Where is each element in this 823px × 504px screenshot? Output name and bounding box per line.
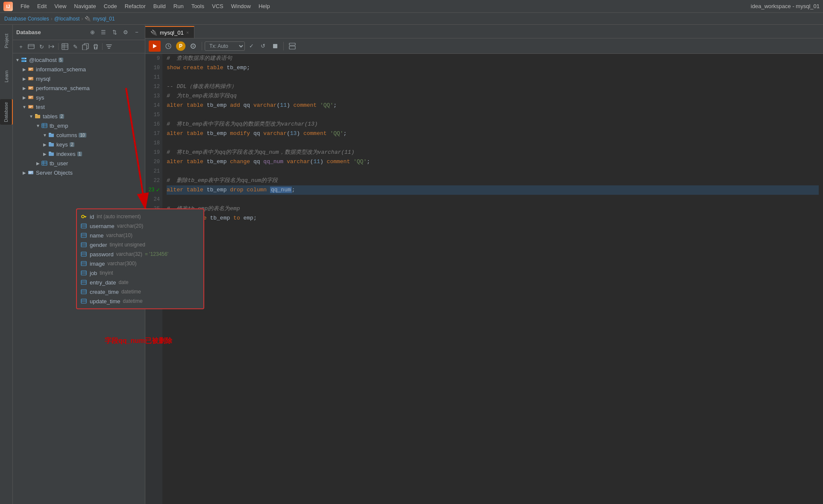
tree-arrow-sys[interactable]: ▶	[21, 94, 27, 100]
menu-file[interactable]: File	[17, 2, 33, 10]
tree-item-localhost[interactable]: ▼ @localhost 5	[13, 55, 145, 64]
sync-btn[interactable]: ☰	[99, 28, 108, 37]
tree-badge-keys: 2	[70, 142, 75, 147]
edit-btn[interactable]: ✎	[71, 42, 80, 51]
etool-divider-2	[283, 42, 284, 50]
add-datasource-btn[interactable]: ⊕	[88, 28, 97, 37]
tree-arrow-mysql[interactable]: ▶	[21, 76, 27, 82]
menu-code[interactable]: Code	[100, 2, 121, 10]
tree-label-keys: keys	[56, 141, 68, 148]
menu-build[interactable]: Build	[150, 2, 169, 10]
transaction-select[interactable]: Tx: Auto Tx: Manual	[205, 41, 245, 51]
tree-arrow-columns[interactable]: ▼	[42, 132, 48, 138]
col-username: username varchar(20)	[80, 221, 200, 231]
sidebar-toolbar: + ↻ ✎	[13, 40, 145, 53]
tree-item-test[interactable]: ▼ test	[13, 102, 145, 111]
tree-badge-localhost: 5	[59, 58, 64, 62]
tab-close-mysql01[interactable]: ×	[186, 30, 189, 35]
schema-btn[interactable]	[26, 42, 36, 51]
col-icon-gender	[80, 241, 87, 248]
side-tab-project[interactable]: Project	[1, 28, 12, 54]
breadcrumb-item-db-consoles[interactable]: Database Consoles	[4, 16, 49, 22]
tree-item-server-objects[interactable]: ▶ Server Objects	[13, 168, 145, 177]
tree-item-tb-user[interactable]: ▶ tb_user	[13, 158, 145, 168]
code-line-24	[167, 195, 819, 204]
history-btn[interactable]	[162, 41, 174, 52]
side-tab-database[interactable]: Database	[0, 99, 13, 125]
schema-icon-info	[27, 66, 34, 73]
code-content[interactable]: # 查询数据库的建表语句 show create table tb_emp; -…	[162, 54, 823, 504]
tree-arrow-test[interactable]: ▼	[21, 104, 27, 110]
layout-btn[interactable]	[286, 41, 298, 52]
tree-item-tb-emp[interactable]: ▼ tb_emp	[13, 121, 145, 130]
tree-item-perf-schema[interactable]: ▶ performance_schema	[13, 83, 145, 93]
toolbar-divider-1	[58, 43, 59, 50]
add-btn[interactable]: +	[16, 42, 26, 51]
tree-arrow-perf[interactable]: ▶	[21, 85, 27, 91]
breadcrumb-item-localhost[interactable]: @localhost	[54, 16, 80, 22]
side-tab-learn[interactable]: Learn	[1, 66, 12, 87]
table-icon-tb-user	[41, 160, 48, 167]
col-name-create-time: create_time	[90, 289, 119, 295]
svg-rect-19	[29, 87, 32, 88]
code-line-13: # 为tb_emp表添加字段qq	[167, 91, 819, 101]
menu-navigate[interactable]: Navigate	[71, 2, 99, 10]
col-image: image varchar(300)	[80, 259, 200, 268]
tree-item-tables[interactable]: ▼ tables 2	[13, 111, 145, 121]
col-type-password: varchar(32)	[116, 251, 142, 257]
tree-item-columns[interactable]: ▼ columns 10	[13, 130, 145, 140]
col-update-time: update_time datetime	[80, 296, 200, 306]
col-name-username: username	[90, 223, 115, 229]
tree-arrow-server-objects[interactable]: ▶	[21, 170, 27, 176]
menu-view[interactable]: View	[51, 2, 70, 10]
tree-arrow-tb-emp[interactable]: ▼	[35, 123, 41, 129]
folder-icon-tables	[34, 113, 41, 120]
minimize-btn[interactable]: −	[132, 28, 141, 37]
main-layout: Project Learn Database Database ⊕ ☰ ⇅ ⚙ …	[0, 25, 823, 504]
breadcrumb-item-mysql01[interactable]: mysql_01	[93, 16, 115, 22]
run-button[interactable]	[149, 41, 161, 52]
filter-btn[interactable]	[104, 42, 114, 51]
copy-btn[interactable]	[81, 42, 90, 51]
menu-edit[interactable]: Edit	[34, 2, 50, 10]
schema-icon-test	[27, 103, 34, 110]
menu-tools[interactable]: Tools	[188, 2, 208, 10]
tree-arrow-keys[interactable]: ▶	[42, 141, 48, 147]
refresh-btn[interactable]: ↻	[37, 42, 46, 51]
folder-icon-indexes	[48, 150, 55, 157]
table-icon-tb-emp	[41, 122, 48, 129]
editor-tab-mysql01[interactable]: 🔌 mysql_01 ×	[145, 26, 194, 38]
tree-item-information-schema[interactable]: ▶ information_schema	[13, 64, 145, 74]
commit-btn[interactable]: ✓	[247, 41, 256, 52]
tree-arrow-tables[interactable]: ▼	[28, 113, 34, 119]
code-editor[interactable]: 9 10 11 12 13 14 15 16 17 18 19 20 21 22…	[145, 54, 823, 504]
code-line-10: show create table tb_emp;	[167, 63, 819, 73]
menu-run[interactable]: Run	[170, 2, 187, 10]
menu-window[interactable]: Window	[228, 2, 254, 10]
settings-menu-btn[interactable]: ⇅	[110, 28, 119, 37]
tree-item-sys[interactable]: ▶ sys	[13, 93, 145, 102]
settings-console-btn[interactable]	[187, 41, 199, 52]
rollback-btn[interactable]: ↺	[258, 41, 268, 52]
delete-btn[interactable]	[91, 42, 100, 51]
tree-arrow-tb-user[interactable]: ▶	[35, 160, 41, 166]
svg-rect-65	[81, 299, 86, 303]
svg-rect-1	[28, 46, 34, 46]
tree-item-indexes[interactable]: ▶ indexes 1	[13, 149, 145, 158]
profile-btn[interactable]: P	[176, 41, 185, 51]
col-name-name: name	[90, 232, 104, 239]
stop-btn[interactable]	[270, 41, 281, 52]
table-view-btn[interactable]	[60, 42, 70, 51]
settings-btn[interactable]: ⚙	[121, 28, 130, 37]
tree-item-mysql[interactable]: ▶ mysql	[13, 74, 145, 83]
jump-btn[interactable]	[47, 42, 56, 51]
tree-arrow-indexes[interactable]: ▶	[42, 151, 48, 157]
tree-arrow-localhost[interactable]: ▼	[15, 57, 21, 63]
tree-arrow-info[interactable]: ▶	[21, 66, 27, 72]
menu-help[interactable]: Help	[255, 2, 273, 10]
menu-vcs[interactable]: VCS	[209, 2, 227, 10]
toolbar-divider-2	[102, 43, 103, 50]
tree-item-keys[interactable]: ▶ keys 2	[13, 140, 145, 149]
menu-refactor[interactable]: Refactor	[121, 2, 149, 10]
app-title: idea_workspace - mysql_01	[751, 3, 820, 9]
